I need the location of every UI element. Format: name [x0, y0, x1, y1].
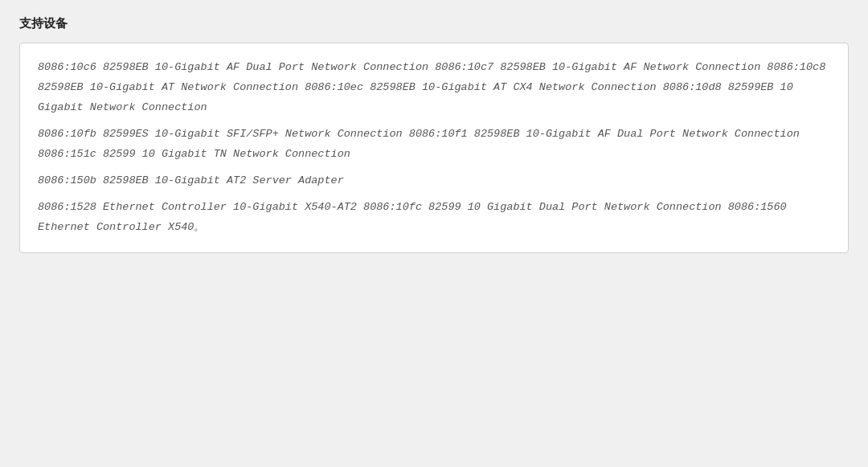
- device-paragraph-1: 8086:10c6 82598EB 10-Gigabit AF Dual Por…: [38, 58, 830, 118]
- device-paragraph-3: 8086:150b 82598EB 10-Gigabit AT2 Server …: [38, 171, 830, 191]
- section-title: 支持设备: [19, 16, 849, 31]
- device-paragraph-2: 8086:10fb 82599ES 10-Gigabit SFI/SFP+ Ne…: [38, 125, 830, 165]
- device-text: 8086:10c6 82598EB 10-Gigabit AF Dual Por…: [38, 58, 830, 238]
- main-container: 支持设备 8086:10c6 82598EB 10-Gigabit AF Dua…: [0, 0, 868, 467]
- content-box: 8086:10c6 82598EB 10-Gigabit AF Dual Por…: [19, 43, 849, 253]
- device-paragraph-4: 8086:1528 Ethernet Controller 10-Gigabit…: [38, 198, 830, 238]
